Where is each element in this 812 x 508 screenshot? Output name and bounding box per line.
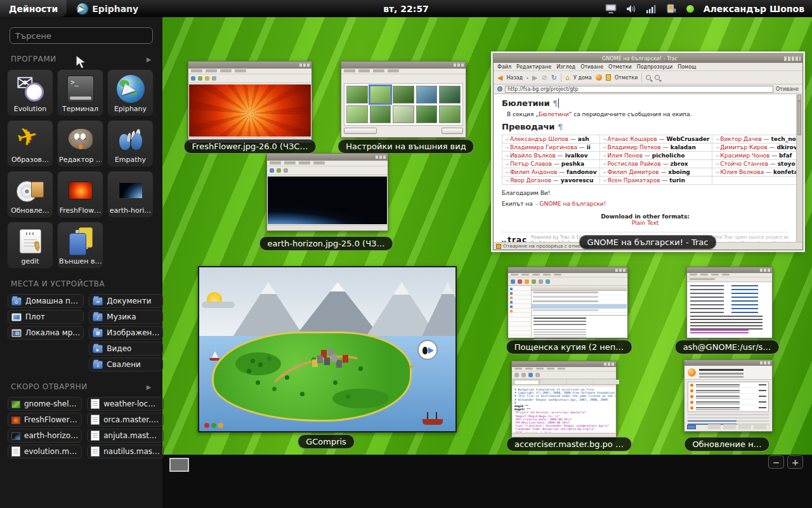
- translators-row: →Александър Шопов — ash→Атанас Кошаров —…: [502, 135, 797, 144]
- place-item[interactable]: Музика: [89, 310, 163, 324]
- translator-cell: →Юлия Велкова — konfeta: [712, 168, 796, 177]
- app-tile-gimp[interactable]: Редактор …: [57, 120, 103, 167]
- app-tile-gcompris[interactable]: Образов…: [7, 120, 53, 167]
- recent-header[interactable]: СКОРО ОТВАРЯНИ ▶: [11, 382, 152, 391]
- translator-cell: [712, 177, 796, 185]
- menu-item: Файл: [497, 64, 511, 70]
- thanks-text: Благодарим Ви!: [502, 190, 789, 196]
- translator-link: Ивайло Вълков: [510, 152, 556, 159]
- update-progress: [687, 425, 696, 429]
- display-icon[interactable]: [605, 4, 617, 13]
- external-link-arrow-icon: →: [603, 162, 606, 167]
- place-item[interactable]: Видео: [89, 342, 163, 356]
- window-freshflower[interactable]: [188, 61, 312, 144]
- clock[interactable]: вт, 22:57: [383, 4, 429, 14]
- window-evolution-mail[interactable]: [508, 267, 628, 338]
- window-caption: earth-horizon.jpg-25.0 (ЧЗ…: [259, 236, 393, 251]
- app-tile-empathy[interactable]: Empathy: [107, 120, 154, 167]
- recent-item[interactable]: gnome-shel…: [8, 397, 82, 411]
- bulletins-paragraph: В секция „Бюлетини“ са периодичните съоб…: [507, 111, 789, 117]
- message-tray-area: [162, 455, 812, 508]
- forward-icon: ▶: [532, 74, 537, 81]
- place-item[interactable]: Свалени: [89, 358, 163, 371]
- translator-nick: zbrox: [671, 161, 688, 167]
- flower-image: [189, 84, 311, 137]
- place-item[interactable]: Плот: [8, 310, 84, 324]
- translator-link: Владимира Гиргинова: [510, 144, 577, 150]
- translator-nick: xboing: [668, 169, 690, 175]
- window-software-update[interactable]: [684, 359, 773, 432]
- app-tile-evolution[interactable]: Evolution: [7, 69, 53, 116]
- external-link-arrow-icon: →: [505, 154, 509, 159]
- user-menu[interactable]: Александър Шопов: [704, 4, 804, 14]
- menu-item: Редактиране: [516, 64, 551, 70]
- app-tile-terminal[interactable]: Терминал: [57, 69, 103, 116]
- translator-nick: tech_noir: [771, 136, 796, 142]
- app-tile-appearance[interactable]: Външен в…: [57, 222, 103, 269]
- window-title: GNOME на български! - Trac: [510, 56, 770, 62]
- recent-item[interactable]: orca.master.…: [87, 413, 164, 427]
- wallpaper-thumb: [370, 86, 391, 104]
- download-label: Download in other formats:: [502, 213, 789, 220]
- window-terminal[interactable]: [686, 267, 773, 338]
- recent-item[interactable]: evolution.m…: [8, 444, 82, 458]
- place-label: Свалени: [107, 360, 141, 369]
- translator-cell: →Владимир Петков — kaladan: [599, 144, 712, 152]
- window-appearance[interactable]: [341, 61, 466, 138]
- place-item[interactable]: Документи: [89, 294, 163, 308]
- external-link-arrow-icon: →: [603, 145, 606, 150]
- app-label: Образов…: [11, 156, 49, 164]
- selected-message-row: [532, 304, 627, 309]
- recent-item[interactable]: anjuta.mast…: [87, 429, 164, 443]
- power-icon[interactable]: [666, 4, 677, 14]
- add-workspace-button[interactable]: +: [787, 455, 803, 469]
- recent-item[interactable]: weather-loc…: [87, 397, 164, 411]
- recent-item[interactable]: earth-horizo…: [8, 429, 82, 443]
- window-caption: GNOME на български! - Trac: [579, 235, 717, 250]
- menu-item: Отиване: [580, 64, 603, 70]
- activities-button[interactable]: Дейности: [0, 0, 67, 17]
- recent-item[interactable]: FreshFlower…: [8, 413, 82, 427]
- app-tile-earththumb[interactable]: earth-hori…: [107, 171, 154, 218]
- app-tile-gedit[interactable]: gedit: [7, 222, 53, 269]
- recent-item[interactable]: nautilus.mas…: [87, 444, 164, 458]
- app-menu[interactable]: Epiphany: [77, 3, 138, 15]
- window-gcompris[interactable]: ✶: [198, 266, 457, 432]
- code-line: "MIME-Version: 1.0\n": [514, 431, 615, 432]
- reload-icon: ↻: [551, 74, 557, 81]
- programs-header[interactable]: ПРОГРАМИ ▶: [11, 55, 152, 64]
- favicon: [497, 86, 502, 91]
- translator-link: Филип Димитров: [607, 169, 658, 175]
- remove-workspace-button[interactable]: −: [768, 455, 784, 469]
- bulletins-link: Бюлетини: [539, 111, 569, 117]
- external-link-arrow-icon: →: [715, 170, 719, 175]
- gcompris-controls: [204, 423, 209, 428]
- translator-nick: kaladan: [671, 144, 696, 150]
- app-tile-flower[interactable]: FreshFlow…: [57, 171, 103, 218]
- place-item[interactable]: Локална мр…: [8, 326, 84, 340]
- recent-label: FreshFlower…: [24, 415, 77, 424]
- window-gedit[interactable]: # Bulgarian translation of accerciser po…: [511, 361, 617, 438]
- translator-cell: →Филип Андонов — fandonov: [502, 168, 600, 177]
- workspace-indicator[interactable]: [169, 458, 189, 472]
- window-earth-horizon[interactable]: [266, 153, 388, 231]
- folder-icon: [93, 297, 103, 305]
- gcompris-icon: [16, 126, 44, 154]
- toolbar: [512, 371, 616, 379]
- app-label: earth-hori…: [110, 206, 152, 215]
- app-tile-epiphany[interactable]: Epiphany: [107, 69, 154, 116]
- folder-tree: [509, 286, 532, 337]
- places-header-label: МЕСТА И УСТРОЙСТВА: [11, 279, 105, 288]
- window-trac-browser[interactable]: GNOME на български! - Trac ФайлРедактира…: [493, 53, 803, 250]
- recent-col2: weather-loc…orca.master.…anjuta.mast…nau…: [87, 397, 164, 458]
- network-signal-icon[interactable]: [646, 4, 657, 13]
- search-input[interactable]: [10, 27, 153, 44]
- titlebar: GNOME на български! - Trac: [494, 54, 802, 63]
- places-col1: Домашна п…ПлотЛокална мр…: [8, 294, 84, 371]
- city-buildings: [317, 356, 323, 363]
- volume-icon[interactable]: [626, 4, 637, 13]
- place-item[interactable]: Изображен…: [89, 326, 163, 340]
- place-item[interactable]: Домашна п…: [8, 294, 84, 308]
- doc-icon: [91, 446, 100, 457]
- app-tile-updater[interactable]: Обновле…: [7, 171, 53, 218]
